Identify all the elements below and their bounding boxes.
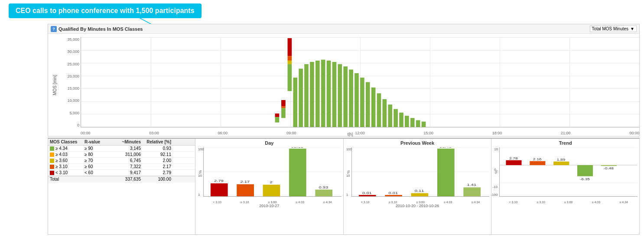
prev-week-chart-subtitle: 2010-10-20 - 2010-10-26 <box>345 204 490 208</box>
trend-x-labels: < 3.10 ≥ 3.10 ≥ 3.60 ≥ 4.03 ≥ 4.34 <box>499 201 637 204</box>
color-box-2 <box>50 153 54 157</box>
pw-xlabel-4: ≥ 4.03 <box>444 201 452 204</box>
svg-rect-35 <box>422 122 426 127</box>
svg-rect-4 <box>288 56 292 60</box>
svg-rect-7 <box>281 100 286 106</box>
chart-title-text: Qualified By Minutes In MOS Classes <box>59 26 143 32</box>
svg-text:92.11: 92.11 <box>291 147 303 149</box>
svg-rect-43 <box>263 185 280 196</box>
day-plot: 2.79 2.17 2 92.11 0.93 <box>203 147 342 197</box>
svg-rect-72 <box>577 165 593 176</box>
day-xlabel-4: ≥ 4.03 <box>296 201 304 204</box>
svg-text:1.41: 1.41 <box>467 183 476 187</box>
svg-text:-6.35: -6.35 <box>580 177 590 181</box>
y-tick-15000: 15,000 <box>67 86 81 91</box>
y-tick-30000: 30,000 <box>67 49 81 54</box>
prev-week-ytick-100: 100 <box>346 147 352 151</box>
svg-rect-23 <box>355 73 359 127</box>
svg-rect-54 <box>385 195 402 196</box>
trend-ytick-10: 10 <box>494 147 498 151</box>
svg-rect-66 <box>506 160 522 165</box>
svg-rect-25 <box>366 82 370 127</box>
svg-rect-60 <box>463 187 481 196</box>
prev-week-x-labels: < 3.10 ≥ 3.10 ≥ 3.60 ≥ 4.03 ≥ 4.34 <box>351 201 490 204</box>
table-header-row: MOS Classes R-value ~Minutes Relative [%… <box>48 139 195 146</box>
prev-week-chart-section: Previous Week % 0.01 0.01 <box>344 139 492 234</box>
svg-rect-10 <box>275 114 280 117</box>
pw-xlabel-2: ≥ 3.10 <box>389 201 397 204</box>
color-box-3 <box>50 159 54 163</box>
svg-rect-6 <box>288 64 292 91</box>
svg-text:0.01: 0.01 <box>362 192 372 195</box>
ceo-annotation-bubble: CEO calls to phone conference with 1,500… <box>9 3 202 18</box>
trend-xlabel-1: < 3.10 <box>509 201 517 204</box>
svg-rect-19 <box>332 62 337 127</box>
x-label-0600: 06:00 <box>218 131 228 135</box>
y-axis-label: MOS [min] <box>48 34 61 136</box>
x-label-2100: 21:00 <box>561 131 571 135</box>
svg-rect-70 <box>554 162 569 165</box>
x-label-0000b: 00:00 <box>629 131 639 135</box>
table-row: ≥ 3.10 ≥ 60 7,322 2.17 <box>48 164 195 170</box>
svg-text:2: 2 <box>270 181 273 184</box>
x-label-0300: 03:00 <box>149 131 159 135</box>
svg-rect-11 <box>275 117 280 122</box>
y-tick-20000: 20,000 <box>67 74 81 78</box>
prev-week-ytick-1: 1 <box>346 193 348 197</box>
color-box-1 <box>50 146 54 151</box>
svg-rect-39 <box>211 183 228 196</box>
prev-week-chart-body: % 0.01 0.01 0.11 <box>345 147 490 204</box>
svg-text:1.89: 1.89 <box>557 158 566 161</box>
table-row: ≥ 3.60 ≥ 70 6,745 2.00 <box>48 158 195 164</box>
svg-rect-27 <box>377 93 381 127</box>
x-label-0000: 00:00 <box>81 131 91 135</box>
svg-rect-9 <box>281 108 286 118</box>
svg-rect-13 <box>299 68 303 127</box>
svg-rect-32 <box>405 116 409 127</box>
chart-title-icon: ? <box>51 26 57 32</box>
plot-area <box>81 37 639 127</box>
svg-rect-18 <box>327 61 331 127</box>
prev-week-plot: 0.01 0.01 0.11 98.46 1.41 <box>351 147 490 197</box>
table-row: ≥ 4.03 ≥ 80 311,006 92.11 <box>48 152 195 158</box>
svg-rect-14 <box>304 64 309 127</box>
prev-week-chart-title: Previous Week <box>345 140 490 146</box>
svg-rect-12 <box>293 78 297 127</box>
chart-dropdown-label: Total MOS Minutes <box>592 26 628 31</box>
svg-text:-0.48: -0.48 <box>604 167 614 170</box>
chart-content: 35,000 30,000 25,000 20,000 15,000 10,00… <box>61 34 639 136</box>
svg-rect-5 <box>288 61 292 64</box>
svg-rect-68 <box>530 161 546 165</box>
chart-dropdown[interactable]: Total MOS Minutes ▼ <box>590 26 637 32</box>
chart-title: ? Qualified By Minutes In MOS Classes <box>51 26 143 32</box>
chevron-down-icon: ▼ <box>630 26 634 31</box>
trend-ytick-neg10: -10 <box>492 185 498 189</box>
svg-rect-15 <box>310 62 314 127</box>
x-label-0900: 09:00 <box>286 131 296 135</box>
svg-rect-74 <box>601 165 617 166</box>
day-xlabel-5: ≥ 4.34 <box>323 201 332 204</box>
prev-week-y-label: % <box>345 147 351 197</box>
main-container: CEO calls to phone conference with 1,500… <box>0 0 644 237</box>
pw-xlabel-5: ≥ 4.34 <box>472 201 480 204</box>
trend-xlabel-5: ≥ 4.34 <box>619 201 628 204</box>
svg-text:0.93: 0.93 <box>319 185 329 189</box>
pw-xlabel-3: ≥ 3.60 <box>416 201 424 204</box>
bottom-section: MOS Classes R-value ~Minutes Relative [%… <box>48 138 640 235</box>
svg-rect-56 <box>411 193 428 196</box>
day-xlabel-2: ≥ 3.10 <box>241 201 249 204</box>
x-label-1500: 15:00 <box>423 131 433 135</box>
mos-cell-3: ≥ 3.60 <box>50 158 85 163</box>
day-ytick-100: 100 <box>198 147 204 151</box>
day-x-labels: < 3.10 ≥ 3.10 ≥ 3.60 ≥ 4.03 ≥ 4.34 <box>203 201 342 204</box>
svg-rect-30 <box>394 109 398 127</box>
col-header-mos: MOS Classes <box>50 140 85 144</box>
trend-chart-section: Trend % 2.78 <box>491 139 639 234</box>
svg-rect-20 <box>338 64 342 127</box>
table-section: MOS Classes R-value ~Minutes Relative [%… <box>48 139 195 234</box>
svg-rect-45 <box>289 149 306 196</box>
x-axis-title: t[h] <box>348 132 353 136</box>
main-chart-panel: ? Qualified By Minutes In MOS Classes To… <box>48 24 640 136</box>
svg-rect-16 <box>315 61 320 127</box>
day-chart-title: Day <box>197 140 342 146</box>
